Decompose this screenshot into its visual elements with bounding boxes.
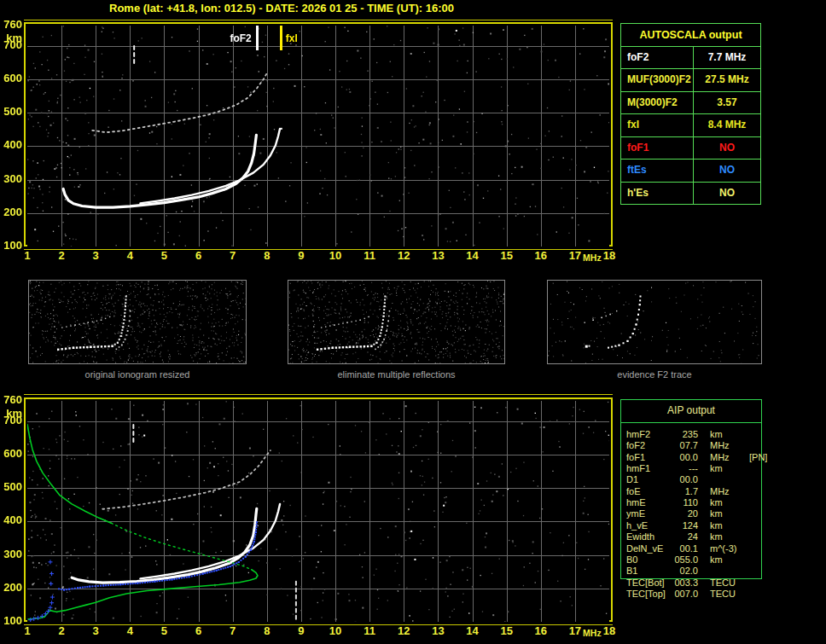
- x-axis-tick-label: 14: [463, 250, 482, 261]
- aip-panel-title: AIP output: [621, 404, 761, 416]
- aip-row-hmf1: hmF1---km: [626, 463, 749, 473]
- autoscala-param-value: 8.4 MHz: [694, 114, 760, 136]
- x-axis-tick-label: 6: [189, 625, 208, 636]
- ionogram-canvas-top: [27, 26, 609, 247]
- aip-param-unit: km: [710, 429, 747, 439]
- x-axis-tick-label: 1: [18, 250, 37, 261]
- foF2-marker-label: foF2: [212, 33, 252, 44]
- aip-param-value: 1.7: [667, 486, 698, 496]
- x-axis-tick-label: 17: [566, 250, 585, 261]
- aip-param-label: B1: [626, 566, 667, 576]
- aip-param-value: 003.3: [667, 577, 698, 588]
- aip-param-unit: m^(-3): [710, 543, 747, 554]
- aip-param-label: foE: [626, 486, 667, 496]
- autoscala-row-ftes: ftEsNO: [621, 159, 760, 181]
- autoscala-output-panel: AUTOSCALA output foF27.7 MHzMUF(3000)F22…: [620, 23, 761, 205]
- y-axis-tick-label: 200: [0, 582, 22, 594]
- aip-param-note: [PN]: [749, 452, 767, 462]
- x-axis-tick-label: 2: [52, 250, 71, 261]
- aip-param-label: hmF1: [626, 463, 667, 473]
- x-axis-tick-label: 15: [497, 625, 516, 636]
- x-axis-unit-label: MHz: [583, 629, 602, 638]
- y-axis-tick-label: 400: [0, 139, 22, 151]
- aip-param-unit: km: [710, 508, 747, 519]
- y-axis-tick-label: 600: [0, 448, 22, 460]
- x-axis-tick-label: 7: [224, 625, 242, 636]
- aip-param-value: 055.0: [667, 554, 698, 565]
- thumbnail-caption-eliminate: eliminate multiple reflections: [288, 369, 505, 380]
- aip-param-unit: MHz: [710, 452, 747, 462]
- autoscala-param-label: fxI: [621, 114, 694, 136]
- ionogram-canvas-bottom: [27, 401, 609, 622]
- x-axis-tick-label: 2: [52, 625, 71, 636]
- autoscala-param-label: ftEs: [621, 160, 694, 181]
- x-axis-tick-label: 16: [532, 625, 550, 636]
- aip-param-label: Ewidth: [626, 531, 667, 542]
- autoscala-row-fxi: fxI8.4 MHz: [621, 113, 760, 136]
- aip-param-unit: MHz: [710, 440, 747, 450]
- y-axis-tick-label: 760: [0, 394, 22, 406]
- aip-param-unit: km: [710, 554, 747, 565]
- thumbnail-eliminate-reflections: [288, 280, 505, 364]
- aip-param-value: 20: [667, 508, 698, 519]
- aip-param-value: 02.0: [667, 566, 698, 576]
- aip-param-label: h_vE: [626, 520, 667, 531]
- aip-param-label: foF1: [626, 452, 667, 462]
- aip-param-unit: km: [710, 520, 747, 531]
- aip-row-ewidth: Ewidth24km: [626, 531, 749, 542]
- autoscala-param-label: foF1: [621, 137, 694, 159]
- aip-title-separator: [621, 422, 761, 423]
- x-axis-tick-label: 3: [86, 250, 105, 261]
- aip-row-tec-bot-: TEC[Bot]003.3TECU: [626, 577, 749, 588]
- aip-row-yme: ymE20km: [626, 508, 749, 519]
- y-axis-unit-label: km: [0, 32, 22, 44]
- x-axis-tick-label: 11: [360, 625, 379, 636]
- x-axis-tick-label: 14: [463, 625, 482, 636]
- aip-param-value: 00.0: [667, 474, 698, 484]
- aip-param-value: 07.7: [667, 440, 698, 450]
- x-axis-tick-label: 6: [189, 250, 208, 261]
- aip-param-value: ---: [667, 463, 698, 473]
- x-axis-tick-label: 15: [497, 250, 516, 261]
- top-plot-outer-frame-top: [24, 20, 613, 20]
- aip-output-panel: AIP output hmF2235kmfoF207.7MHzfoF100.0M…: [620, 399, 762, 579]
- thumbnail-canvas-evidence: [548, 281, 761, 363]
- aip-param-value: 110: [667, 497, 698, 508]
- aip-param-label: hmF2: [626, 429, 667, 439]
- aip-row-b1: B102.0: [626, 566, 749, 576]
- aip-param-unit: km: [710, 497, 747, 508]
- autoscala-app-window: Rome (lat: +41.8, lon: 012.5) - DATE: 20…: [0, 0, 826, 644]
- autoscala-row-m-3000-f2: M(3000)F23.57: [621, 91, 760, 113]
- x-axis-tick-label: 16: [532, 250, 550, 261]
- y-axis-tick-label: 300: [0, 548, 22, 560]
- x-axis-tick-label: 4: [120, 250, 139, 261]
- thumbnail-caption-evidence: evidence F2 trace: [547, 369, 762, 380]
- x-axis-tick-label: 8: [258, 625, 276, 636]
- x-axis-unit-label: MHz: [583, 253, 602, 263]
- aip-param-unit: [710, 566, 747, 576]
- aip-param-value: 007.0: [667, 589, 698, 599]
- aip-param-unit: MHz: [710, 486, 747, 496]
- autoscala-param-value: NO: [694, 137, 760, 159]
- autoscala-panel-title: AUTOSCALA output: [621, 24, 760, 46]
- aip-param-label: B0: [626, 554, 667, 565]
- aip-param-unit: TECU: [710, 577, 747, 588]
- y-axis-tick-label: 300: [0, 173, 22, 185]
- y-axis-tick-label: 400: [0, 514, 22, 526]
- aip-row-deln-ve: DelN_vE00.1m^(-3): [626, 543, 749, 554]
- x-axis-tick-label: 7: [224, 250, 242, 261]
- x-axis-tick-label: 12: [394, 625, 413, 636]
- autoscala-param-label: M(3000)F2: [621, 92, 694, 113]
- x-axis-tick-label: 10: [326, 250, 345, 261]
- autoscala-param-label: foF2: [621, 47, 694, 68]
- aip-row-fof1: foF100.0MHz[PN]: [626, 452, 767, 462]
- x-axis-tick-label: 4: [120, 625, 139, 636]
- y-axis-tick-label: 760: [0, 19, 22, 31]
- aip-param-label: hmE: [626, 497, 667, 508]
- y-axis-unit-label: km: [0, 408, 22, 420]
- aip-param-unit: km: [710, 531, 747, 542]
- autoscala-row-h-es: h'EsNO: [621, 182, 760, 204]
- fxI-marker-label: fxI: [286, 33, 298, 44]
- aip-param-label: ymE: [626, 508, 667, 519]
- aip-param-label: TEC[Top]: [626, 589, 667, 599]
